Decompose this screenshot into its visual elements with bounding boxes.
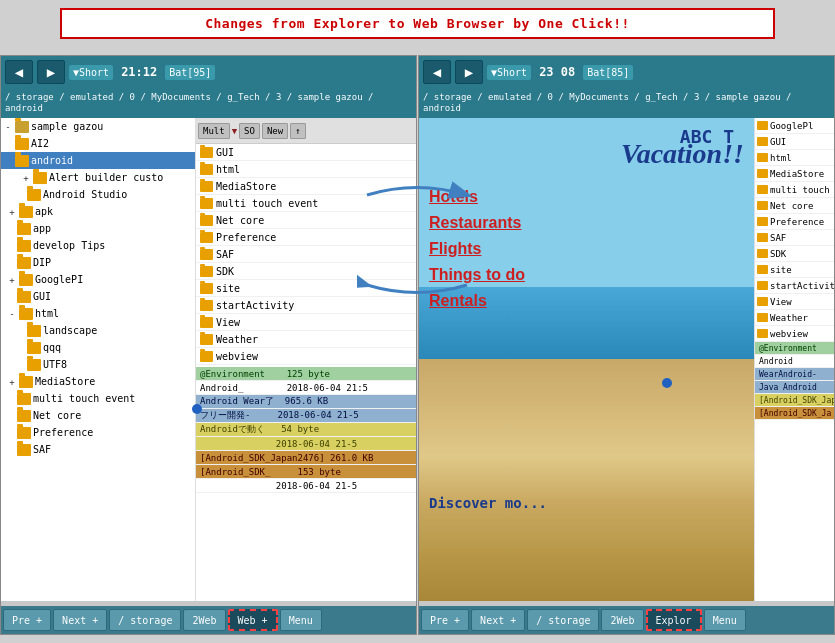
tree-item[interactable]: GUI [1,288,195,305]
left-status-bar: ◀ ▶ ▼Short 21:12 Bat[95] [1,56,416,88]
folder-icon [757,281,768,290]
sort-button[interactable]: SO [239,123,260,139]
file-item-gui[interactable]: GUI [196,144,416,161]
2web-button[interactable]: 2Web [183,609,225,631]
right-file-item[interactable]: GooglePl [755,118,834,134]
left-back-button[interactable]: ◀ [5,60,33,84]
folder-icon [200,215,213,226]
info-row: @Environment 125 byte [196,367,416,381]
left-short-label[interactable]: ▼Short [69,65,113,80]
vacation-text: Vacation!! [621,138,744,170]
folder-icon [17,410,31,422]
left-forward-button[interactable]: ▶ [37,60,65,84]
file-item-preference[interactable]: Preference [196,229,416,246]
tree-item[interactable]: multi touch event [1,390,195,407]
web-plus-button[interactable]: Web + [228,609,278,631]
right-file-item[interactable]: multi touch [755,182,834,198]
right-info-row: [Android_SDK_Japan [755,394,834,407]
folder-icon [757,201,768,210]
right-arrow-container [317,175,517,215]
right-file-item[interactable]: Net core [755,198,834,214]
tree-item[interactable]: qqq [1,339,195,356]
right-back-button[interactable]: ◀ [423,60,451,84]
folder-icon [200,351,213,362]
right-menu-button[interactable]: Menu [704,609,746,631]
folder-icon [757,153,768,162]
folder-icon [757,169,768,178]
tree-item[interactable]: Android Studio [1,186,195,203]
folder-icon [200,198,213,209]
info-row: Android_ 2018-06-04 21:5 [196,381,416,395]
right-2web-button[interactable]: 2Web [601,609,643,631]
info-row: [Android_SDK_Japan2476] 261.0 KB [196,451,416,465]
tree-item[interactable]: - html [1,305,195,322]
right-taskbar: Pre + Next + / storage 2Web Explor Menu [419,606,834,634]
tree-item[interactable]: DIP [1,254,195,271]
right-file-item[interactable]: Weather [755,310,834,326]
storage-button[interactable]: / storage [109,609,181,631]
right-file-item[interactable]: SAF [755,230,834,246]
new-button[interactable]: New [262,123,288,139]
folder-icon [200,147,213,158]
right-file-item[interactable]: html [755,150,834,166]
tree-item[interactable]: UTF8 [1,356,195,373]
folder-icon [200,181,213,192]
right-file-item[interactable]: webview [755,326,834,342]
folder-icon [19,308,33,320]
right-time: 23 08 [535,65,579,79]
discover-text: Discover mo... [429,495,547,511]
right-blue-dot [662,378,672,388]
folder-icon [200,317,213,328]
tree-item[interactable]: AI2 [1,135,195,152]
mult-button[interactable]: Mult [198,123,230,139]
tree-item[interactable]: develop Tips [1,237,195,254]
info-row: 2018-06-04 21-5 [196,479,416,493]
restaurants-link[interactable]: Restaurants [429,214,525,232]
folder-icon [757,121,768,130]
folder-icon [27,189,41,201]
file-item-webview[interactable]: webview [196,348,416,365]
right-file-item[interactable]: GUI [755,134,834,150]
right-short-label[interactable]: ▼Short [487,65,531,80]
tree-item[interactable]: + GooglePI [1,271,195,288]
tree-item-android[interactable]: android [1,152,195,169]
folder-icon [27,342,41,354]
folder-icon [757,137,768,146]
tree-item[interactable]: Net core [1,407,195,424]
tree-item[interactable]: app [1,220,195,237]
file-item-saf[interactable]: SAF [196,246,416,263]
next-button[interactable]: Next + [53,609,107,631]
file-item-weather[interactable]: Weather [196,331,416,348]
right-file-item[interactable]: site [755,262,834,278]
right-file-item[interactable]: Preference [755,214,834,230]
right-file-item[interactable]: MediaStore [755,166,834,182]
right-pre-button[interactable]: Pre + [421,609,469,631]
flights-link[interactable]: Flights [429,240,525,258]
file-item-view[interactable]: View [196,314,416,331]
right-storage-button[interactable]: / storage [527,609,599,631]
right-forward-button[interactable]: ▶ [455,60,483,84]
tree-item[interactable]: SAF [1,441,195,458]
right-file-item[interactable]: SDK [755,246,834,262]
right-status-bar: ◀ ▶ ▼Short 23 08 Bat[85] [419,56,834,88]
right-explor-button[interactable]: Explor [646,609,702,631]
right-next-button[interactable]: Next + [471,609,525,631]
tree-item[interactable]: - sample gazou [1,118,195,135]
right-info-row: Android [755,355,834,368]
right-file-item[interactable]: startActivity [755,278,834,294]
up-button[interactable]: ↑ [290,123,305,139]
info-row: Android Wear了 965.6 KB [196,395,416,409]
tree-item[interactable]: + apk [1,203,195,220]
folder-icon [19,206,33,218]
right-arrow-svg [357,175,477,215]
right-info-row: @Environment [755,342,834,355]
tree-item[interactable]: landscape [1,322,195,339]
title-banner: Changes from Explorer to Web Browser by … [60,8,775,39]
tree-item[interactable]: + Alert builder custo [1,169,195,186]
pre-button[interactable]: Pre + [3,609,51,631]
right-file-item[interactable]: View [755,294,834,310]
tree-item[interactable]: + MediaStore [1,373,195,390]
folder-icon [15,155,29,167]
menu-button[interactable]: Menu [280,609,322,631]
tree-item[interactable]: Preference [1,424,195,441]
